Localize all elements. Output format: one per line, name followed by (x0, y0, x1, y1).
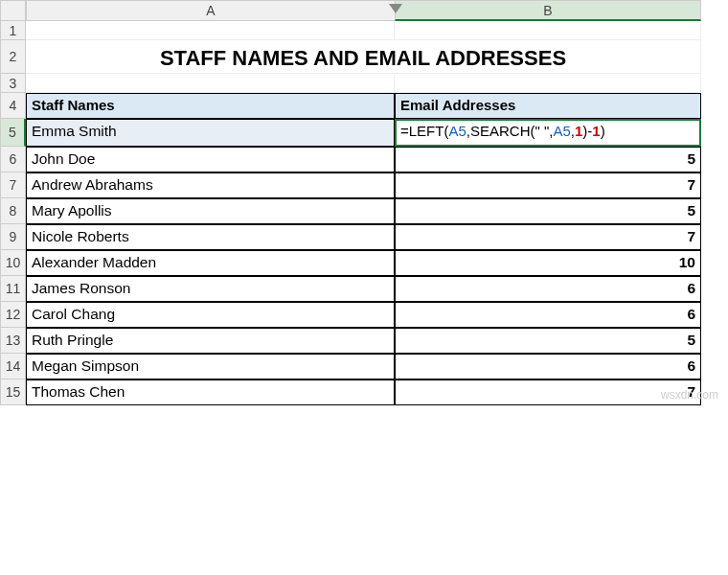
cell-name[interactable]: Mary Apollis (26, 198, 395, 224)
cell-name[interactable]: Thomas Chen (26, 380, 395, 405)
cell-value[interactable]: 6 (395, 276, 701, 302)
column-header-b-label: B (543, 3, 552, 18)
cell-name[interactable]: Alexander Madden (26, 250, 395, 276)
row-header[interactable]: 12 (0, 302, 26, 328)
row-header[interactable]: 5 (0, 119, 26, 147)
cell-name[interactable]: Andrew Abrahams (26, 172, 395, 198)
cell-a3[interactable] (26, 74, 395, 93)
cell-name[interactable]: Ruth Pringle (26, 328, 395, 354)
row-header[interactable]: 10 (0, 250, 26, 276)
column-headers: A B (26, 0, 728, 21)
cell-value[interactable]: 5 (395, 328, 701, 354)
cell-name[interactable]: James Ronson (26, 276, 395, 302)
header-staff-names[interactable]: Staff Names (26, 93, 395, 119)
cell-value[interactable]: 6 (395, 354, 701, 380)
cell-a1[interactable] (26, 21, 395, 40)
cell-value[interactable]: 6 (395, 302, 701, 328)
row-header[interactable]: 7 (0, 172, 26, 198)
cell-value[interactable]: 10 (395, 250, 701, 276)
cell-name[interactable]: John Doe (26, 147, 395, 172)
row-header[interactable]: 6 (0, 147, 26, 172)
cell-b5-active[interactable]: =LEFT(A5,SEARCH(" ",A5,1)-1) (395, 119, 701, 147)
column-resize-icon[interactable] (389, 4, 402, 13)
row-header[interactable]: 4 (0, 93, 26, 119)
row-header[interactable]: 14 (0, 354, 26, 380)
cell-value[interactable]: 7 (395, 380, 701, 405)
row-header[interactable]: 15 (0, 380, 26, 405)
column-header-b[interactable]: B (395, 0, 701, 21)
cell-a5[interactable]: Emma Smith (26, 119, 395, 147)
row-header[interactable]: 11 (0, 276, 26, 302)
cell-b3[interactable] (395, 74, 701, 93)
row-header[interactable]: 8 (0, 198, 26, 224)
title-cell[interactable]: STAFF NAMES AND EMAIL ADDRESSES (26, 40, 701, 74)
formula-text: =LEFT(A5,SEARCH(" ",A5,1)-1) (400, 123, 605, 139)
grid-rows: 1 2 STAFF NAMES AND EMAIL ADDRESSES 3 4 … (0, 21, 728, 405)
select-all-corner[interactable] (0, 0, 26, 21)
cell-name[interactable]: Carol Chang (26, 302, 395, 328)
row-header[interactable]: 1 (0, 21, 26, 40)
watermark: wsxdn.com (661, 388, 718, 402)
cell-value[interactable]: 7 (395, 224, 701, 250)
cell-value[interactable]: 7 (395, 172, 701, 198)
row-header[interactable]: 2 (0, 40, 26, 74)
cell-value[interactable]: 5 (395, 147, 701, 172)
spreadsheet: A B 1 2 STAFF NAMES AND EMAIL ADDRESSES … (0, 0, 728, 405)
row-header[interactable]: 3 (0, 74, 26, 93)
header-email-addresses[interactable]: Email Addresses (395, 93, 701, 119)
column-header-a[interactable]: A (26, 0, 395, 21)
cell-value[interactable]: 5 (395, 198, 701, 224)
cell-name[interactable]: Megan Simpson (26, 354, 395, 380)
cell-b1[interactable] (395, 21, 701, 40)
cell-name[interactable]: Nicole Roberts (26, 224, 395, 250)
row-header[interactable]: 13 (0, 328, 26, 354)
row-header[interactable]: 9 (0, 224, 26, 250)
